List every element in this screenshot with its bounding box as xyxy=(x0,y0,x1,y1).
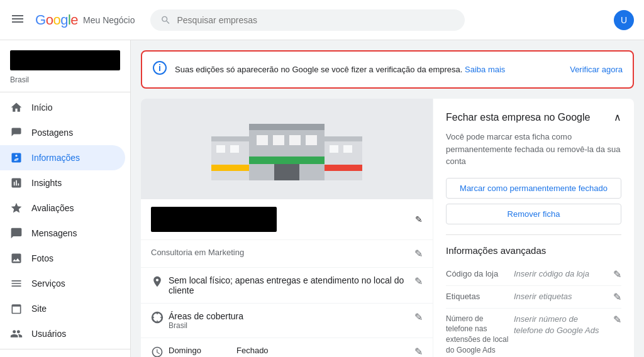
svg-rect-16 xyxy=(325,136,362,180)
verify-now-link[interactable]: Verificar agora xyxy=(570,65,623,74)
app-logo: Google Meu Negócio xyxy=(35,12,135,28)
hours-content: Domingo Fechado Segunda-feira 09:00–18:0… xyxy=(169,346,409,357)
adv-label-etiquetas: Etiquetas xyxy=(446,291,509,302)
business-type: Consultoria em Marketing xyxy=(151,248,409,257)
search-bar[interactable] xyxy=(150,9,465,31)
topbar: Google Meu Negócio U xyxy=(0,0,644,40)
close-business-title: Fechar esta empresa no Google xyxy=(446,112,590,123)
sidebar-item-usuarios[interactable]: Usuários xyxy=(0,321,125,346)
search-icon xyxy=(160,14,171,26)
svg-rect-17 xyxy=(325,136,362,141)
adv-row-codigo: Código da loja Inserir código da loja ✎ xyxy=(446,263,621,286)
location-row: Sem local físico; apenas entregas e aten… xyxy=(141,268,433,304)
star-icon xyxy=(10,202,23,214)
sidebar-item-inicio[interactable]: Início xyxy=(0,95,125,120)
info-icon xyxy=(10,151,23,164)
store-image xyxy=(141,99,433,199)
adv-row-etiquetas: Etiquetas Inserir etiquetas ✎ xyxy=(446,286,621,309)
sidebar-item-mensagens[interactable]: Mensagens xyxy=(0,221,125,246)
close-business-desc: Você pode marcar esta ficha como permane… xyxy=(446,131,621,168)
app-name: Meu Negócio xyxy=(83,15,135,25)
adv-row-phone-ads: Número de telefone nas extensões de loca… xyxy=(446,309,621,358)
sidebar-item-label: Fotos xyxy=(31,253,53,263)
sidebar-item-label: Site xyxy=(31,304,47,314)
coverage-title: Áreas de cobertura xyxy=(169,311,409,321)
adv-label-codigo: Código da loja xyxy=(446,268,509,280)
edit-business-type-button[interactable]: ✎ xyxy=(414,248,423,260)
content-area: i Suas edições só aparecerão no Google s… xyxy=(131,40,644,357)
sidebar: Brasil Início Postagens Informações xyxy=(0,40,131,357)
svg-rect-8 xyxy=(306,135,317,145)
business-type-row: Consultoria em Marketing ✎ xyxy=(141,240,433,268)
edit-hours-button[interactable]: ✎ xyxy=(414,346,423,357)
users-icon xyxy=(10,327,23,340)
hours-row: Domingo Fechado Segunda-feira 09:00–18:0… xyxy=(141,338,433,357)
coverage-icon xyxy=(151,311,164,326)
adv-value-codigo: Inserir código da loja xyxy=(514,268,608,280)
sidebar-item-informacoes[interactable]: Informações xyxy=(0,145,125,170)
edit-coverage-button[interactable]: ✎ xyxy=(414,311,423,323)
location-text: Sem local físico; apenas entregas e aten… xyxy=(169,275,409,295)
menu-icon[interactable] xyxy=(10,11,25,28)
domingo-label: Domingo xyxy=(169,346,231,355)
saiba-mais-link[interactable]: Saiba mais xyxy=(465,65,505,74)
sidebar-divider-2 xyxy=(0,349,130,349)
content-grid: ✎ Consultoria em Marketing ✎ Sem local f… xyxy=(141,99,634,357)
sidebar-item-criar-anuncio[interactable]: Criar um anúncio xyxy=(0,352,125,357)
section-divider xyxy=(446,234,621,235)
sidebar-item-avaliacoes[interactable]: Avaliações xyxy=(0,195,125,221)
sidebar-item-label: Usuários xyxy=(31,329,66,339)
services-icon xyxy=(10,277,23,290)
google-wordmark: Google xyxy=(35,12,78,28)
sidebar-item-label: Informações xyxy=(31,153,80,163)
insights-icon xyxy=(10,177,23,189)
verification-banner: i Suas edições só aparecerão no Google s… xyxy=(141,50,634,89)
remove-listing-button[interactable]: Remover ficha xyxy=(446,204,621,224)
adv-label-phone-ads: Número de telefone nas extensões de loca… xyxy=(446,314,509,356)
site-icon xyxy=(10,302,23,315)
adv-value-etiquetas: Inserir etiquetas xyxy=(514,291,608,302)
edit-business-name-button[interactable]: ✎ xyxy=(415,214,423,224)
banner-text: Suas edições só aparecerão no Google se … xyxy=(175,65,562,74)
sidebar-item-insights[interactable]: Insights xyxy=(0,170,125,195)
sidebar-item-label: Mensagens xyxy=(31,228,77,238)
sidebar-divider xyxy=(0,92,130,92)
advanced-info-title: Informações avançadas xyxy=(446,245,621,256)
svg-rect-5 xyxy=(257,135,268,145)
topbar-right: U xyxy=(614,10,634,30)
info-circle-icon: i xyxy=(152,60,167,79)
svg-rect-10 xyxy=(274,164,299,180)
left-panel: ✎ Consultoria em Marketing ✎ Sem local f… xyxy=(141,99,433,357)
sidebar-item-postagens[interactable]: Postagens xyxy=(0,120,125,145)
photo-icon xyxy=(10,252,23,265)
svg-rect-7 xyxy=(289,135,301,145)
edit-phone-ads-button[interactable]: ✎ xyxy=(613,314,621,326)
edit-etiquetas-button[interactable]: ✎ xyxy=(613,291,621,303)
sidebar-item-servicos[interactable]: Serviços xyxy=(0,271,125,296)
permanently-closed-button[interactable]: Marcar como permanentemente fechado xyxy=(446,178,621,199)
svg-rect-15 xyxy=(211,165,249,171)
svg-rect-14 xyxy=(230,145,239,153)
hours-icon xyxy=(151,346,164,357)
svg-rect-11 xyxy=(211,136,249,180)
edit-codigo-button[interactable]: ✎ xyxy=(613,268,621,280)
user-avatar[interactable]: U xyxy=(614,10,634,30)
sidebar-item-label: Início xyxy=(31,102,52,113)
search-input[interactable] xyxy=(177,15,454,25)
svg-rect-13 xyxy=(216,145,225,153)
svg-rect-20 xyxy=(325,165,362,171)
svg-rect-4 xyxy=(249,124,325,130)
svg-text:i: i xyxy=(158,63,161,73)
sidebar-item-site[interactable]: Site xyxy=(0,296,125,321)
store-illustration xyxy=(199,105,375,193)
collapse-icon[interactable]: ∧ xyxy=(614,111,621,123)
svg-rect-6 xyxy=(273,135,284,145)
sidebar-item-fotos[interactable]: Fotos xyxy=(0,246,125,271)
svg-rect-9 xyxy=(249,157,325,164)
sidebar-business-name xyxy=(10,50,120,70)
edit-location-button[interactable]: ✎ xyxy=(414,275,423,287)
svg-rect-12 xyxy=(211,136,249,141)
sidebar-item-label: Avaliações xyxy=(31,203,74,213)
svg-rect-19 xyxy=(343,145,352,153)
business-name-redacted xyxy=(151,207,277,232)
